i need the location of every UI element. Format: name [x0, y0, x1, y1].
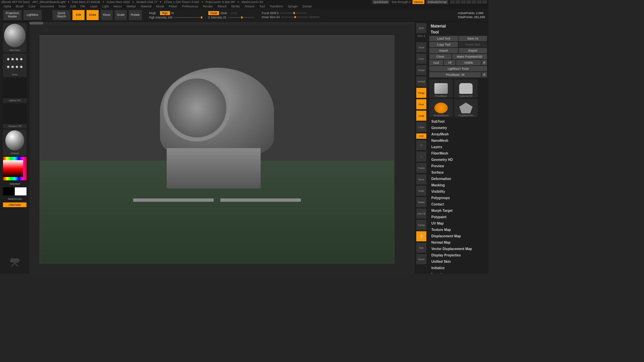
- section-surface[interactable]: Surface: [429, 169, 487, 176]
- menu-item[interactable]: Preferences: [182, 5, 198, 8]
- section-polygroups[interactable]: Polygroups: [429, 195, 487, 201]
- circle-button[interactable]: ○: [416, 152, 426, 162]
- menu-item[interactable]: Light: [102, 5, 109, 8]
- section-displayprops[interactable]: Display Properties: [429, 252, 487, 258]
- section-geometry[interactable]: Geometry: [429, 125, 487, 131]
- polymesh-button[interactable]: Make PolyMesh3D: [452, 54, 487, 59]
- ghost-button[interactable]: 👻: [416, 231, 426, 241]
- section-normalmap[interactable]: Normal Map: [429, 239, 487, 246]
- load-tool-button[interactable]: Load Tool: [429, 36, 458, 41]
- xyz-button[interactable]: XYZ: [416, 133, 426, 139]
- brush-selector[interactable]: Standard: [3, 23, 26, 52]
- menu-item[interactable]: Document: [40, 5, 54, 8]
- all-button[interactable]: All: [444, 60, 455, 65]
- seethrough-slider[interactable]: See-through 0: [391, 0, 411, 4]
- dynamic-label[interactable]: Dynamic: [309, 15, 320, 18]
- draw-size-slider[interactable]: Draw Size 64: [262, 15, 280, 19]
- section-arraymesh[interactable]: ArrayMesh: [429, 131, 487, 137]
- canvas[interactable]: [30, 22, 415, 274]
- scroll-button[interactable]: Scroll: [416, 42, 426, 52]
- texture-selector[interactable]: Texture Off: [3, 104, 26, 128]
- goz-button[interactable]: GoZ: [429, 60, 443, 65]
- menu-item[interactable]: Stencil: [217, 5, 226, 8]
- frame-button[interactable]: Frame: [416, 163, 426, 173]
- material-selector[interactable]: ZMetal: [3, 130, 26, 156]
- close-icon[interactable]: [482, 0, 487, 4]
- spix-slider[interactable]: SPix 3: [415, 35, 427, 38]
- rgb-button[interactable]: Rgb: [160, 11, 170, 15]
- transp-button[interactable]: Transp: [416, 220, 426, 230]
- export-button[interactable]: Export: [459, 48, 487, 53]
- menu-item[interactable]: Tool: [259, 5, 265, 8]
- projection-master-button[interactable]: Projection Master: [3, 10, 21, 20]
- rotate-nav-button[interactable]: Rotate: [416, 197, 426, 207]
- zoom-button[interactable]: Zoom: [416, 54, 426, 64]
- minimize-icon[interactable]: [472, 0, 476, 4]
- clone-button[interactable]: Clone: [429, 54, 451, 59]
- rotate-button[interactable]: Rotate: [129, 10, 142, 20]
- menu-item[interactable]: Movie: [156, 5, 164, 8]
- solo-button[interactable]: Solo: [416, 243, 426, 253]
- section-geometryhd[interactable]: Geometry HD: [429, 157, 487, 163]
- menu-item[interactable]: Transform: [269, 5, 283, 8]
- linefill-button[interactable]: Line Fill: [416, 208, 426, 219]
- maximize-icon[interactable]: [477, 0, 482, 4]
- zcut-button[interactable]: Zcut: [231, 11, 240, 15]
- section-deformation[interactable]: Deformation: [429, 176, 487, 182]
- menu-item[interactable]: Marker: [126, 5, 136, 8]
- section-unifiedskin[interactable]: Unified Skin: [429, 258, 487, 265]
- tool-thumb[interactable]: PolyMesh3D: [454, 99, 478, 117]
- alpha-selector[interactable]: Alpha Off: [3, 78, 26, 103]
- xpose-button[interactable]: Xpose: [416, 254, 426, 264]
- menu-item[interactable]: Zplugin: [288, 5, 298, 8]
- actual-button[interactable]: Actual: [416, 65, 426, 75]
- focal-shift-slider[interactable]: Focal Shift 0: [262, 11, 279, 15]
- menus-button[interactable]: Menus: [413, 0, 424, 4]
- r-button[interactable]: R: [482, 60, 487, 65]
- menu-item[interactable]: Stroke: [231, 5, 240, 8]
- color-swatches[interactable]: [3, 187, 26, 195]
- scale-button[interactable]: Scale: [115, 10, 127, 20]
- pivot-slider[interactable]: PivotBase. 48: [429, 72, 481, 77]
- paste-tool-button[interactable]: Paste Tool: [459, 42, 487, 47]
- lsym-button[interactable]: LSym: [416, 122, 426, 132]
- lightbox-button[interactable]: LightBox: [23, 10, 42, 20]
- tool-thumb[interactable]: PivotBase: [429, 79, 453, 98]
- menu-item[interactable]: Alpha: [3, 5, 11, 8]
- color-picker[interactable]: [3, 157, 26, 180]
- quicksketch-button[interactable]: Quick Sketch: [52, 10, 70, 20]
- section-nanomesh[interactable]: NanoMesh: [429, 137, 487, 144]
- aahalf-button[interactable]: AAHalf: [416, 76, 426, 86]
- gradient-label[interactable]: Gradient: [9, 182, 21, 186]
- window-icon[interactable]: [461, 0, 466, 4]
- lightbox-tools-button[interactable]: Lightbox> Tools: [429, 66, 487, 71]
- menu-item[interactable]: Picker: [169, 5, 177, 8]
- window-icon[interactable]: [455, 0, 460, 4]
- switchcolor-button[interactable]: SwitchColor: [7, 197, 23, 201]
- section-morphtarget[interactable]: Morph Target: [429, 207, 487, 214]
- section-initialize[interactable]: Initialize: [429, 265, 487, 271]
- section-fibermesh[interactable]: FiberMesh: [429, 150, 487, 157]
- section-uvmap[interactable]: UV Map: [429, 220, 487, 227]
- persp-button[interactable]: Persp: [416, 88, 426, 98]
- menu-item[interactable]: Color: [29, 5, 36, 8]
- viewport[interactable]: [40, 35, 394, 263]
- section-texturemap[interactable]: Texture Map: [429, 227, 487, 233]
- zsub-button[interactable]: Zsub: [220, 11, 230, 15]
- copy-tool-button[interactable]: Copy Tool: [429, 42, 458, 47]
- mrgb-button[interactable]: Mrgb: [149, 11, 159, 15]
- section-displacementmap[interactable]: Displacement Map: [429, 233, 487, 239]
- section-visibility[interactable]: Visibility: [429, 188, 487, 195]
- z-intensity-slider[interactable]: Z Intensity 25: [208, 16, 226, 19]
- section-masking[interactable]: Masking: [429, 182, 487, 188]
- section-import[interactable]: Import: [429, 271, 487, 274]
- window-icon[interactable]: [466, 0, 471, 4]
- bpr-button[interactable]: BPR: [416, 23, 426, 33]
- quicksave-button[interactable]: QuickSave: [372, 0, 389, 4]
- menu-item[interactable]: Material: [141, 5, 151, 8]
- section-polypaint[interactable]: Polypaint: [429, 214, 487, 220]
- menu-item[interactable]: Edit: [70, 5, 76, 8]
- draw-button[interactable]: Draw: [87, 10, 99, 20]
- r-button-2[interactable]: R: [482, 72, 487, 77]
- rgb-intensity-slider[interactable]: Rgb Intensity 100: [149, 16, 173, 19]
